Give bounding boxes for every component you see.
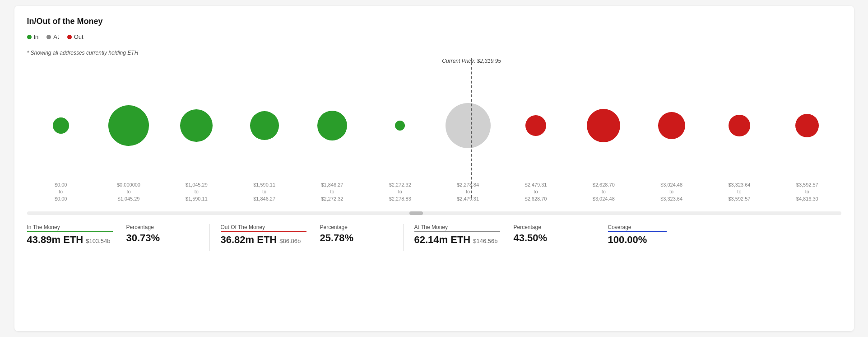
legend-out-label: Out xyxy=(74,33,84,40)
coverage-value: 100.00% xyxy=(608,234,667,246)
x-label-4: $1,846.27to$2,272.32 xyxy=(298,182,366,202)
bubble-col-10 xyxy=(706,76,773,175)
bubble-11 xyxy=(795,114,819,137)
bubble-3 xyxy=(250,111,279,140)
at-pct-value: 43.50% xyxy=(514,232,572,244)
bubbles-row xyxy=(27,76,841,175)
bubble-1 xyxy=(108,105,149,146)
out-of-the-money-label: Out Of The Money xyxy=(221,224,306,232)
at-dot-icon xyxy=(46,35,51,39)
at-the-money-label: At The Money xyxy=(414,224,500,232)
x-label-5: $2,272.32to$2,278.83 xyxy=(366,182,434,202)
divider-1 xyxy=(209,224,210,251)
x-label-3: $1,590.11to$1,846.27 xyxy=(230,182,298,202)
main-card: In/Out of the Money In At Out * Showing … xyxy=(14,6,854,331)
bubble-col-6 xyxy=(434,76,501,175)
at-the-money-value: 62.14m ETH $146.56b xyxy=(414,234,500,246)
scrollbar[interactable] xyxy=(27,211,841,215)
in-the-money-pct-block: Percentage 30.73% xyxy=(126,224,199,244)
x-label-6: $2,278.84to$2,479.31 xyxy=(434,182,501,202)
bubble-5 xyxy=(395,121,405,131)
out-dot-icon xyxy=(67,35,72,39)
pct-label-3: Percentage xyxy=(514,224,572,230)
in-dot-icon xyxy=(27,35,32,39)
out-of-the-money-block: Out Of The Money 36.82m ETH $86.86b xyxy=(221,224,320,246)
bubble-2 xyxy=(180,109,213,142)
x-label-7: $2,479.31to$2,628.70 xyxy=(502,182,570,202)
chart-note: * Showing all addresses currently holdin… xyxy=(27,50,841,56)
divider-3 xyxy=(597,224,597,251)
legend-at: At xyxy=(46,33,59,40)
bubble-6 xyxy=(446,103,491,148)
chart-area: Current Price: $2,319.95 $0.00to$0.00$0.… xyxy=(27,58,841,211)
out-eth: 36.82m ETH xyxy=(221,234,277,246)
coverage-label: Coverage xyxy=(608,224,667,232)
x-label-8: $2,628.70to$3,024.48 xyxy=(570,182,637,202)
pct-label-2: Percentage xyxy=(320,224,379,230)
x-axis: $0.00to$0.00$0.000000to$1,045.29$1,045.2… xyxy=(27,182,841,202)
out-of-the-money-value: 36.82m ETH $86.86b xyxy=(221,234,306,246)
x-label-1: $0.000000to$1,045.29 xyxy=(95,182,162,202)
in-pct-value: 30.73% xyxy=(126,232,185,244)
legend-out: Out xyxy=(67,33,84,40)
bubble-4 xyxy=(317,111,347,140)
x-label-10: $3,323.64to$3,592.57 xyxy=(706,182,773,202)
bubble-9 xyxy=(658,112,685,139)
out-usd: $86.86b xyxy=(279,238,301,244)
x-label-2: $1,045.29to$1,590.11 xyxy=(162,182,230,202)
scrollbar-thumb[interactable] xyxy=(409,211,423,215)
at-pct-block: Percentage 43.50% xyxy=(514,224,586,244)
in-the-money-label: In The Money xyxy=(27,224,113,232)
bubble-0 xyxy=(53,117,69,134)
bubble-col-9 xyxy=(637,76,705,175)
bubble-col-4 xyxy=(298,76,366,175)
in-the-money-value: 43.89m ETH $103.54b xyxy=(27,234,113,246)
out-pct-value: 25.78% xyxy=(320,232,379,244)
bubble-col-8 xyxy=(570,76,637,175)
pct-label-1: Percentage xyxy=(126,224,185,230)
x-label-0: $0.00to$0.00 xyxy=(27,182,95,202)
in-the-money-block: In The Money 43.89m ETH $103.54b xyxy=(27,224,126,246)
current-price-label: Current Price: $2,319.95 xyxy=(442,58,501,64)
in-the-money-usd: $103.54b xyxy=(86,238,110,244)
bubble-col-2 xyxy=(162,76,230,175)
legend-in-label: In xyxy=(34,33,39,40)
out-pct-block: Percentage 25.78% xyxy=(320,224,392,244)
in-the-money-eth: 43.89m ETH xyxy=(27,234,84,246)
legend: In At Out xyxy=(27,33,841,45)
legend-in: In xyxy=(27,33,39,40)
divider-2 xyxy=(403,224,404,251)
bubble-col-5 xyxy=(366,76,434,175)
bubble-8 xyxy=(587,109,620,142)
at-eth: 62.14m ETH xyxy=(414,234,471,246)
bubble-col-3 xyxy=(230,76,298,175)
x-label-9: $3,024.48to$3,323.64 xyxy=(637,182,705,202)
bubble-col-7 xyxy=(502,76,570,175)
bubble-10 xyxy=(729,115,750,136)
coverage-block: Coverage 100.00% xyxy=(608,224,680,246)
at-the-money-block: At The Money 62.14m ETH $146.56b xyxy=(414,224,514,246)
at-usd: $146.56b xyxy=(473,238,497,244)
stats-row: In The Money 43.89m ETH $103.54b Percent… xyxy=(27,224,841,251)
price-line: Current Price: $2,319.95 xyxy=(471,58,472,198)
legend-at-label: At xyxy=(53,33,59,40)
bubble-col-11 xyxy=(773,76,841,175)
bubble-7 xyxy=(525,115,546,136)
page-title: In/Out of the Money xyxy=(27,17,841,26)
bubble-col-1 xyxy=(95,76,162,175)
bubble-col-0 xyxy=(27,76,95,175)
x-label-11: $3,592.57to$4,816.30 xyxy=(773,182,841,202)
